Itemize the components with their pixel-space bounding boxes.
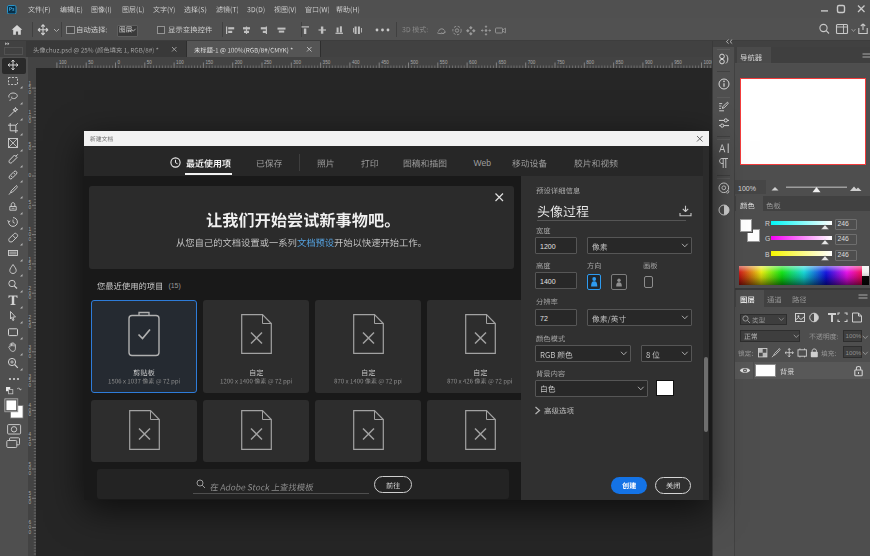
svg-text:0: 0	[28, 324, 31, 329]
svg-text:0: 0	[28, 266, 31, 271]
svg-text:3: 3	[28, 345, 31, 350]
svg-text:100: 100	[59, 60, 67, 65]
svg-text:100: 100	[176, 60, 184, 65]
svg-text:5: 5	[28, 261, 31, 266]
svg-text:0: 0	[28, 295, 31, 300]
svg-text:0: 0	[28, 354, 31, 359]
svg-text:3: 3	[28, 374, 31, 379]
svg-text:0: 0	[28, 383, 31, 388]
svg-text:5: 5	[28, 496, 31, 501]
svg-text:600: 600	[469, 60, 477, 65]
svg-text:2: 2	[28, 315, 31, 320]
svg-text:5: 5	[28, 491, 31, 496]
svg-text:0: 0	[28, 237, 31, 242]
svg-text:0: 0	[28, 173, 31, 178]
svg-text:5: 5	[28, 85, 31, 90]
svg-text:0: 0	[28, 530, 31, 535]
svg-text:400: 400	[352, 60, 360, 65]
svg-text:5: 5	[28, 142, 31, 147]
svg-text:0: 0	[28, 466, 31, 471]
svg-text:300: 300	[293, 60, 301, 65]
svg-text:0: 0	[28, 500, 31, 505]
svg-text:650: 650	[498, 60, 506, 65]
svg-text:5: 5	[28, 462, 31, 467]
svg-text:700: 700	[528, 60, 536, 65]
svg-text:0: 0	[28, 471, 31, 476]
svg-text:0: 0	[28, 525, 31, 530]
svg-text:0: 0	[28, 119, 31, 124]
svg-text:850: 850	[616, 60, 624, 65]
svg-text:350: 350	[323, 60, 331, 65]
svg-text:50: 50	[147, 60, 153, 65]
svg-text:1: 1	[28, 81, 31, 86]
svg-text:0: 0	[28, 146, 31, 151]
svg-text:0: 0	[28, 412, 31, 417]
svg-text:950: 950	[674, 60, 682, 65]
svg-text:200: 200	[235, 60, 243, 65]
svg-text:50: 50	[88, 60, 94, 65]
svg-text:1000: 1000	[704, 60, 713, 65]
svg-text:0: 0	[28, 291, 31, 296]
svg-text:900: 900	[645, 60, 653, 65]
svg-text:4: 4	[28, 432, 31, 437]
svg-text:0: 0	[28, 408, 31, 413]
svg-text:2: 2	[28, 286, 31, 291]
svg-text:0: 0	[28, 205, 31, 210]
svg-text:550: 550	[440, 60, 448, 65]
svg-text:750: 750	[557, 60, 565, 65]
svg-text:0: 0	[28, 90, 31, 95]
svg-text:1: 1	[28, 227, 31, 232]
svg-text:150: 150	[205, 60, 213, 65]
svg-text:5: 5	[28, 437, 31, 442]
svg-text:0: 0	[118, 60, 121, 65]
svg-text:1: 1	[28, 110, 31, 115]
svg-text:450: 450	[381, 60, 389, 65]
svg-text:5: 5	[28, 378, 31, 383]
svg-text:6: 6	[28, 520, 31, 525]
svg-text:0: 0	[28, 115, 31, 120]
svg-text:0: 0	[28, 349, 31, 354]
svg-text:1: 1	[28, 257, 31, 262]
svg-text:500: 500	[411, 60, 419, 65]
svg-text:5: 5	[28, 200, 31, 205]
svg-text:4: 4	[28, 403, 31, 408]
svg-text:250: 250	[264, 60, 272, 65]
svg-text:800: 800	[586, 60, 594, 65]
svg-text:0: 0	[28, 442, 31, 447]
svg-text:0: 0	[28, 232, 31, 237]
svg-text:5: 5	[28, 320, 31, 325]
